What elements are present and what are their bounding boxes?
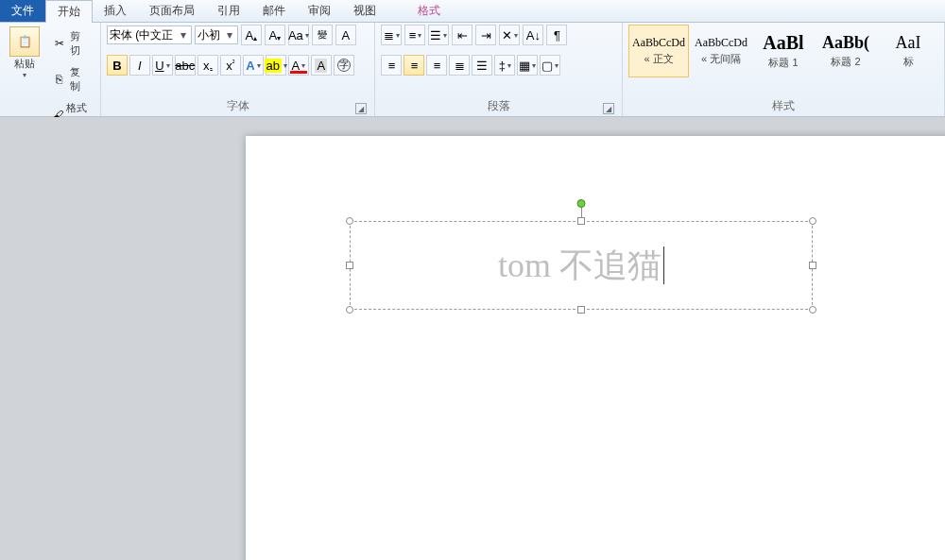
underline-button[interactable]: U▾ — [152, 55, 173, 76]
paste-button[interactable]: 📋 粘贴 ▾ — [6, 25, 43, 81]
strikethrough-button[interactable]: abc — [175, 55, 196, 76]
style-name: « 正文 — [644, 52, 673, 66]
style-preview: AaBb( — [822, 33, 869, 53]
italic-button[interactable]: I — [129, 55, 150, 76]
justify-button[interactable]: ≣ — [449, 55, 470, 76]
character-border-button[interactable]: A — [335, 25, 356, 45]
shrink-font-button[interactable]: A▾ — [265, 25, 285, 45]
clipboard-icon: 📋 — [17, 34, 32, 49]
style-item-0[interactable]: AaBbCcDd« 正文 — [628, 25, 689, 77]
tab-file[interactable]: 文件 — [0, 0, 45, 22]
style-name: 标 — [903, 55, 914, 69]
scissors-icon: ✂ — [52, 36, 67, 51]
font-launcher[interactable]: ◢ — [355, 103, 367, 114]
ribbon: 📋 粘贴 ▾ ✂剪切 ⎘复制 🖌格式刷 剪贴板◢ 宋体 (中文正▾ 小初▾ A▴ — [0, 23, 945, 117]
tab-review[interactable]: 审阅 — [297, 0, 342, 22]
style-preview: AaBbCcDd — [632, 36, 685, 50]
document-workspace[interactable]: tom 不追猫 — [0, 117, 945, 560]
phonetic-guide-button[interactable]: 變 — [312, 25, 333, 45]
decrease-indent-button[interactable]: ⇤ — [452, 25, 472, 45]
text-effects-button[interactable]: A▾ — [243, 55, 264, 76]
tab-layout[interactable]: 页面布局 — [138, 0, 206, 22]
show-marks-button[interactable]: ¶ — [546, 25, 567, 45]
grow-font-button[interactable]: A▴ — [241, 25, 262, 45]
font-color-button[interactable]: A▾ — [288, 55, 309, 76]
style-preview: AaBbCcDd — [695, 36, 747, 50]
paragraph-group-label: 段落 — [488, 99, 510, 112]
text-box-content[interactable]: tom 不追猫 — [351, 222, 812, 309]
sort-button[interactable]: A↓ — [523, 25, 543, 45]
numbering-button[interactable]: ≡▾ — [404, 25, 425, 45]
style-item-2[interactable]: AaBl标题 1 — [753, 25, 814, 77]
enclose-char-button[interactable]: 字 — [334, 55, 354, 76]
page[interactable]: tom 不追猫 — [246, 136, 945, 560]
style-item-4[interactable]: AaI标 — [878, 25, 938, 77]
tab-home[interactable]: 开始 — [45, 0, 93, 23]
tab-references[interactable]: 引用 — [206, 0, 251, 22]
style-item-1[interactable]: AaBbCcDd« 无间隔 — [691, 25, 751, 77]
tab-mail[interactable]: 邮件 — [251, 0, 297, 22]
distributed-button[interactable]: ☰ — [472, 55, 492, 76]
highlight-button[interactable]: ab▾ — [266, 55, 286, 76]
increase-indent-button[interactable]: ⇥ — [475, 25, 496, 45]
paste-label: 粘贴 — [14, 57, 35, 71]
style-name: 标题 1 — [768, 56, 798, 70]
style-name: « 无间隔 — [701, 52, 741, 66]
style-name: 标题 2 — [831, 55, 860, 69]
font-size-combo[interactable]: 小初▾ — [195, 25, 238, 44]
bullets-button[interactable]: ≣▾ — [381, 25, 402, 45]
subscript-button[interactable]: x₂ — [198, 55, 218, 76]
superscript-button[interactable]: x² — [220, 55, 241, 76]
text-cursor — [663, 246, 664, 284]
align-right-button[interactable]: ≡ — [426, 55, 447, 76]
tab-insert[interactable]: 插入 — [93, 0, 138, 22]
text-box[interactable]: tom 不追猫 — [350, 221, 813, 310]
multilevel-list-button[interactable]: ☰▾ — [428, 25, 449, 45]
change-case-button[interactable]: Aa▾ — [288, 25, 309, 45]
tab-format[interactable]: 格式 — [406, 0, 452, 22]
ribbon-tabs: 文件 开始 插入 页面布局 引用 邮件 审阅 视图 格式 — [0, 0, 945, 23]
style-item-3[interactable]: AaBb(标题 2 — [816, 25, 876, 77]
copy-icon: ⎘ — [52, 72, 67, 87]
styles-group-label: 样式 — [772, 99, 795, 112]
style-preview: AaI — [896, 33, 921, 53]
font-group-label: 字体 — [227, 99, 249, 112]
bold-button[interactable]: B — [107, 55, 128, 76]
font-name-combo[interactable]: 宋体 (中文正▾ — [107, 25, 192, 44]
cut-button[interactable]: ✂剪切 — [47, 26, 94, 60]
char-shading-button[interactable]: A — [311, 55, 332, 76]
rotate-handle[interactable] — [577, 199, 586, 208]
paragraph-launcher[interactable]: ◢ — [603, 103, 614, 114]
align-left-button[interactable]: ≡ — [381, 55, 402, 76]
shading-button[interactable]: ▦▾ — [517, 55, 538, 76]
style-preview: AaBl — [763, 32, 803, 54]
align-center-button[interactable]: ≡ — [404, 55, 424, 76]
style-gallery: AaBbCcDd« 正文AaBbCcDd« 无间隔AaBl标题 1AaBb(标题… — [628, 25, 938, 77]
copy-button[interactable]: ⎘复制 — [47, 62, 94, 96]
line-spacing-button[interactable]: ‡▾ — [494, 55, 515, 76]
borders-button[interactable]: ▢▾ — [540, 55, 560, 76]
tab-view[interactable]: 视图 — [342, 0, 387, 22]
asian-layout-button[interactable]: ✕▾ — [499, 25, 520, 45]
